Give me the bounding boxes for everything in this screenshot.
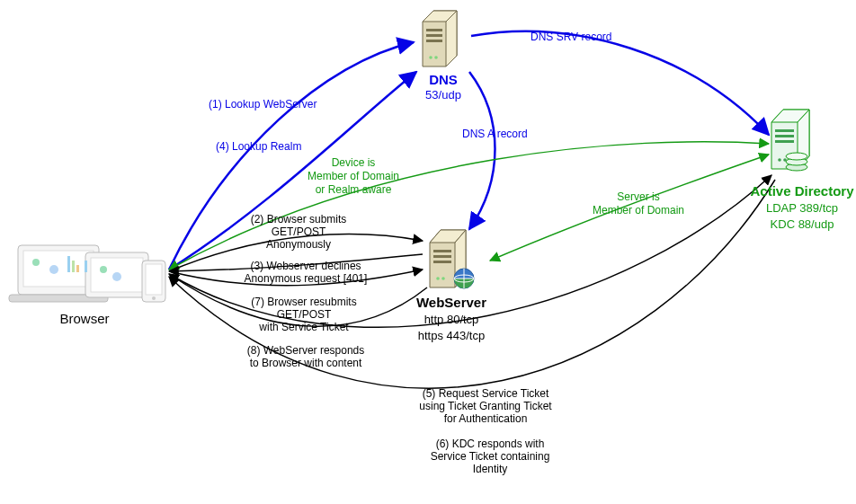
edge-dns-srv: [471, 31, 769, 135]
svg-point-46: [786, 153, 807, 160]
label-step2-c: Anonymously: [266, 238, 331, 251]
svg-rect-1: [23, 251, 94, 287]
label-lookup-realm: (4) Lookup Realm: [216, 140, 301, 153]
svg-rect-40: [775, 135, 794, 137]
ad-sub2: KDC 88/udp: [771, 217, 834, 231]
label-step6-c: Identity: [473, 463, 508, 475]
svg-point-30: [436, 277, 440, 280]
browser-title: Browser: [59, 311, 109, 326]
dns-title: DNS: [429, 72, 458, 87]
svg-point-7: [152, 296, 156, 300]
svg-point-42: [778, 158, 781, 162]
svg-rect-13: [85, 261, 87, 272]
label-step6-b: Service Ticket containing: [431, 450, 550, 463]
label-server-domain-1: Server is: [617, 190, 659, 203]
label-step8-b: to Browser with content: [250, 357, 362, 369]
svg-point-8: [32, 259, 40, 266]
svg-point-23: [434, 56, 438, 59]
svg-rect-19: [426, 29, 442, 31]
svg-point-22: [429, 56, 432, 59]
dns-sub1: 53/udp: [425, 88, 461, 102]
globe-icon: [454, 269, 474, 288]
label-device-domain-1: Device is: [332, 156, 376, 169]
label-step5-a: (5) Request Service Ticket: [423, 387, 549, 400]
label-lookup-webserver: (1) Lookup WebServer: [209, 98, 317, 111]
label-step2-a: (2) Browser submits: [251, 213, 347, 225]
ad-title: Active Directory: [750, 183, 854, 199]
svg-rect-27: [433, 250, 451, 252]
label-step5-b: using Ticket Granting Ticket: [419, 400, 552, 412]
label-device-domain-3: or Realm aware: [316, 183, 392, 196]
svg-rect-41: [775, 140, 794, 143]
label-step3-b: Anonymous request [401]: [245, 272, 368, 285]
label-device-domain-2: Member of Domain: [308, 170, 399, 182]
edge-dns-a: [469, 72, 495, 229]
svg-point-31: [441, 277, 445, 280]
label-step7-c: with Service Ticket: [258, 321, 349, 333]
web-sub2: https 443/tcp: [418, 329, 485, 342]
label-step7-b: GET/POST: [277, 308, 332, 321]
label-step6-a: (6) KDC responds with: [436, 438, 545, 450]
label-server-domain-2: Member of Domain: [593, 204, 684, 217]
svg-rect-10: [67, 256, 70, 272]
svg-rect-12: [76, 265, 79, 272]
ad-sub1: LDAP 389/tcp: [766, 201, 838, 215]
label-step7-a: (7) Browser resubmits: [251, 296, 356, 308]
label-step2-b: GET/POST: [272, 225, 326, 238]
web-title: WebServer: [416, 295, 486, 310]
svg-rect-11: [72, 261, 75, 272]
node-webserver: WebServer http 80/tcp https 443/tcp: [416, 230, 486, 342]
svg-rect-29: [433, 261, 451, 263]
label-step5-c: for Authentication: [444, 412, 528, 425]
svg-point-15: [112, 272, 121, 281]
svg-point-14: [100, 266, 107, 273]
node-browser: Browser: [9, 245, 165, 326]
svg-rect-39: [775, 129, 794, 132]
svg-rect-21: [426, 40, 442, 42]
web-sub1: http 80/tcp: [424, 313, 479, 326]
svg-point-9: [49, 265, 58, 274]
svg-rect-20: [426, 34, 442, 37]
node-dns: DNS 53/udp: [423, 11, 461, 102]
label-dns-srv: DNS SRV record: [531, 31, 611, 43]
label-step3-a: (3) Webserver declines: [250, 260, 361, 272]
svg-rect-28: [433, 255, 451, 258]
label-dns-a: DNS A record: [462, 128, 528, 140]
node-active-directory: Active Directory LDAP 389/tcp KDC 88/udp: [750, 110, 854, 231]
svg-rect-6: [146, 264, 162, 295]
